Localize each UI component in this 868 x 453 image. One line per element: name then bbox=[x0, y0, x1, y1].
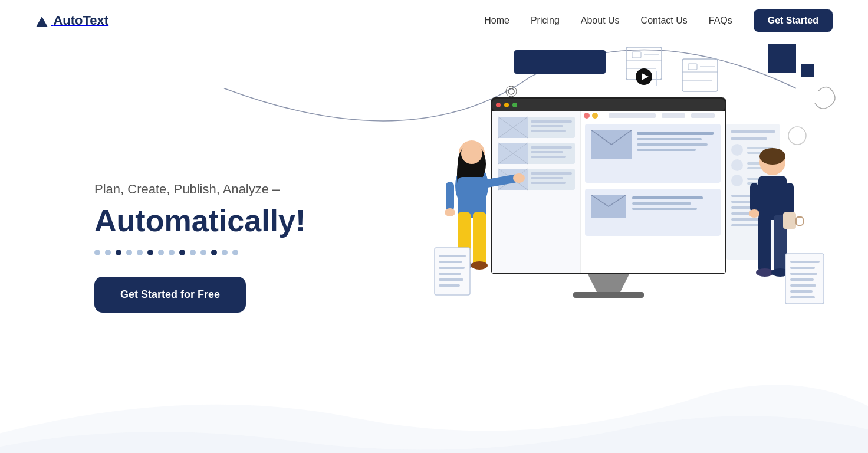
svg-rect-47 bbox=[531, 182, 566, 184]
svg-rect-103 bbox=[439, 284, 460, 287]
dot-11 bbox=[200, 250, 206, 255]
dot-4 bbox=[126, 250, 132, 255]
svg-rect-99 bbox=[439, 261, 462, 263]
svg-rect-4 bbox=[632, 52, 641, 58]
svg-rect-98 bbox=[439, 255, 466, 257]
hero-title: Automatically! bbox=[94, 204, 305, 238]
svg-rect-120 bbox=[790, 278, 814, 281]
nav-faqs[interactable]: FAQs bbox=[709, 15, 732, 26]
svg-rect-111 bbox=[785, 183, 794, 215]
svg-rect-118 bbox=[790, 267, 815, 269]
svg-point-20 bbox=[496, 103, 501, 107]
svg-rect-38 bbox=[531, 146, 572, 149]
svg-rect-114 bbox=[750, 183, 758, 212]
nav-about[interactable]: About Us bbox=[581, 15, 620, 26]
svg-rect-15 bbox=[801, 64, 814, 77]
dot-2 bbox=[105, 250, 111, 255]
svg-point-49 bbox=[584, 113, 590, 119]
logo-text: AutoText bbox=[53, 13, 108, 28]
hero-illustration bbox=[384, 41, 868, 431]
svg-rect-31 bbox=[531, 120, 572, 123]
get-started-button[interactable]: Get Started for Free bbox=[94, 277, 246, 313]
logo[interactable]: AutoText bbox=[35, 13, 108, 29]
dot-6 bbox=[147, 250, 153, 255]
blue-bar-top bbox=[514, 50, 606, 74]
svg-rect-56 bbox=[637, 132, 714, 135]
hero-subtitle: Plan, Create, Publish, Analyze – bbox=[94, 182, 305, 197]
svg-point-109 bbox=[756, 268, 774, 277]
svg-point-71 bbox=[731, 159, 743, 171]
svg-point-92 bbox=[471, 261, 488, 270]
nav-contact[interactable]: Contact Us bbox=[641, 15, 688, 26]
dot-13 bbox=[222, 250, 228, 255]
svg-rect-117 bbox=[790, 261, 820, 263]
hero-section: Plan, Create, Publish, Analyze – Automat… bbox=[0, 41, 868, 453]
hero-content: Plan, Create, Publish, Analyze – Automat… bbox=[0, 182, 305, 313]
svg-rect-33 bbox=[531, 130, 566, 132]
svg-point-21 bbox=[504, 103, 509, 107]
svg-rect-39 bbox=[531, 151, 563, 153]
svg-rect-113 bbox=[796, 217, 803, 225]
svg-rect-14 bbox=[768, 44, 796, 73]
svg-rect-90 bbox=[473, 212, 486, 265]
svg-rect-88 bbox=[458, 177, 486, 218]
svg-rect-123 bbox=[790, 296, 815, 298]
dot-3 bbox=[116, 250, 121, 255]
svg-point-115 bbox=[749, 209, 760, 218]
svg-rect-100 bbox=[439, 267, 465, 269]
svg-rect-59 bbox=[637, 149, 696, 151]
svg-rect-121 bbox=[790, 284, 816, 287]
svg-rect-102 bbox=[439, 278, 463, 281]
svg-point-94 bbox=[513, 173, 525, 183]
svg-rect-101 bbox=[439, 273, 461, 275]
svg-rect-32 bbox=[531, 125, 563, 127]
navbar: AutoText Home Pricing About Us Contact U… bbox=[0, 0, 868, 41]
svg-rect-40 bbox=[531, 156, 566, 158]
svg-point-17 bbox=[506, 86, 517, 97]
svg-rect-107 bbox=[758, 215, 771, 271]
svg-rect-112 bbox=[783, 212, 796, 229]
nav-links: Home Pricing About Us Contact Us FAQs Ge… bbox=[484, 9, 833, 32]
svg-rect-67 bbox=[731, 137, 767, 140]
svg-point-68 bbox=[731, 144, 743, 156]
svg-point-96 bbox=[445, 208, 455, 216]
svg-point-124 bbox=[788, 127, 806, 145]
dot-8 bbox=[169, 250, 175, 255]
dot-14 bbox=[232, 250, 238, 255]
svg-point-50 bbox=[592, 113, 598, 119]
dots-decoration bbox=[94, 250, 305, 255]
dot-7 bbox=[158, 250, 164, 255]
svg-rect-53 bbox=[691, 113, 715, 118]
svg-rect-57 bbox=[637, 138, 702, 140]
dot-5 bbox=[137, 250, 143, 255]
nav-cta-button[interactable]: Get Started bbox=[754, 9, 833, 32]
dot-9 bbox=[179, 250, 185, 255]
logo-icon bbox=[35, 17, 53, 27]
svg-rect-62 bbox=[632, 196, 703, 199]
svg-rect-119 bbox=[790, 273, 817, 275]
svg-rect-9 bbox=[688, 64, 697, 70]
illustration-svg bbox=[384, 41, 868, 431]
svg-rect-19 bbox=[492, 99, 725, 111]
nav-pricing[interactable]: Pricing bbox=[531, 15, 560, 26]
svg-rect-63 bbox=[632, 202, 691, 205]
nav-home[interactable]: Home bbox=[484, 15, 509, 26]
svg-point-22 bbox=[512, 103, 517, 107]
svg-rect-25 bbox=[573, 292, 644, 298]
dot-10 bbox=[190, 250, 196, 255]
svg-rect-66 bbox=[731, 130, 775, 133]
svg-rect-58 bbox=[637, 143, 708, 146]
svg-rect-106 bbox=[758, 176, 787, 220]
svg-rect-82 bbox=[731, 224, 761, 226]
svg-rect-46 bbox=[531, 177, 563, 179]
dot-1 bbox=[94, 250, 100, 255]
svg-rect-122 bbox=[790, 290, 813, 293]
svg-point-16 bbox=[508, 88, 514, 94]
svg-point-74 bbox=[731, 175, 743, 186]
svg-rect-6 bbox=[682, 59, 718, 91]
svg-rect-45 bbox=[531, 172, 572, 175]
svg-rect-64 bbox=[632, 208, 697, 210]
svg-rect-95 bbox=[446, 182, 454, 211]
svg-marker-24 bbox=[588, 274, 629, 292]
dot-12 bbox=[211, 250, 217, 255]
